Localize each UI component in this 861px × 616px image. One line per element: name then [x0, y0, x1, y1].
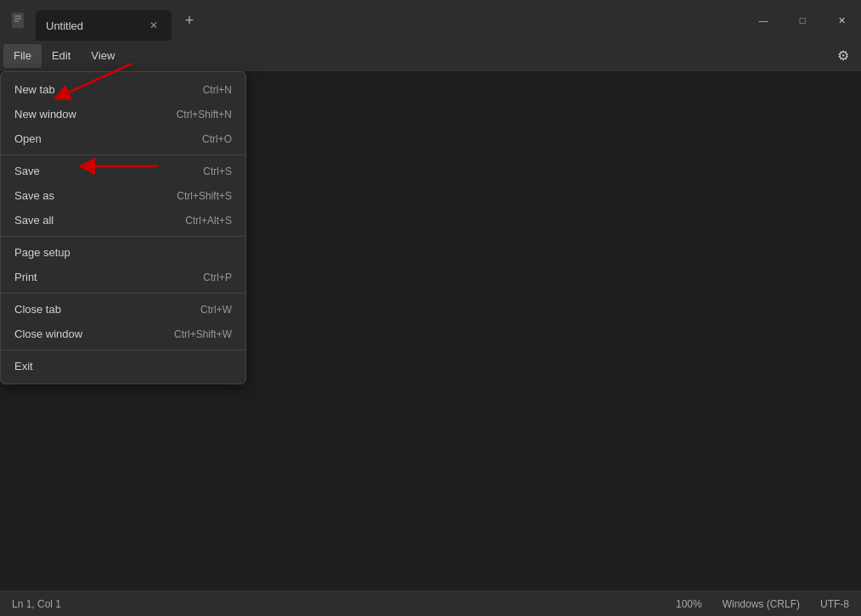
menu-item-open[interactable]: Open Ctrl+O [1, 126, 245, 151]
print-shortcut: Ctrl+P [203, 272, 232, 283]
print-label: Print [14, 271, 169, 283]
save-all-shortcut: Ctrl+Alt+S [185, 215, 232, 227]
menu-item-save-all[interactable]: Save all Ctrl+Alt+S [1, 208, 245, 232]
zoom-level[interactable]: 100% [676, 598, 702, 610]
menu-item-close-window[interactable]: Close window Ctrl+Shift+W [1, 322, 245, 346]
status-right: 100% Windows (CRLF) UTF-8 [676, 598, 849, 610]
menu-bar: File Edit View ⚙ [0, 41, 861, 71]
close-window-label: Close window [14, 328, 140, 340]
gear-icon: ⚙ [837, 48, 849, 64]
settings-button[interactable]: ⚙ [829, 42, 858, 70]
svg-rect-0 [12, 13, 24, 28]
page-setup-label: Page setup [14, 246, 198, 259]
separator-2 [1, 236, 245, 237]
menu-item-save-as[interactable]: Save as Ctrl+Shift+S [1, 183, 245, 208]
new-tab-button[interactable]: + [175, 6, 204, 35]
menu-item-new-tab[interactable]: New tab Ctrl+N [1, 77, 245, 102]
line-ending[interactable]: Windows (CRLF) [723, 598, 800, 610]
save-as-shortcut: Ctrl+Shift+S [177, 190, 232, 202]
maximize-button[interactable]: □ [783, 0, 822, 41]
close-window-shortcut: Ctrl+Shift+W [174, 328, 232, 340]
close-tab-shortcut: Ctrl+W [200, 304, 232, 316]
tab-title: Untitled [46, 20, 139, 32]
new-window-shortcut: Ctrl+Shift+N [177, 109, 232, 120]
menu-file[interactable]: File [3, 44, 42, 68]
menu-item-close-tab[interactable]: Close tab Ctrl+W [1, 297, 245, 322]
new-tab-label: New tab [14, 83, 169, 96]
window-controls: — □ ✕ [744, 0, 861, 41]
open-label: Open [14, 132, 168, 145]
save-all-label: Save all [14, 214, 151, 227]
new-tab-shortcut: Ctrl+N [203, 84, 232, 96]
menu-item-new-window[interactable]: New window Ctrl+Shift+N [1, 102, 245, 126]
app-icon [7, 8, 31, 32]
menu-item-page-setup[interactable]: Page setup [1, 240, 245, 265]
menu-item-print[interactable]: Print Ctrl+P [1, 265, 245, 289]
close-tab-label: Close tab [14, 303, 166, 316]
active-tab[interactable]: Untitled ✕ [36, 10, 172, 41]
save-as-label: Save as [14, 189, 143, 202]
menu-edit[interactable]: Edit [42, 44, 81, 68]
file-dropdown-menu: New tab Ctrl+N New window Ctrl+Shift+N O… [0, 71, 246, 384]
title-bar: Untitled ✕ + — □ ✕ [0, 0, 861, 41]
cursor-position: Ln 1, Col 1 [12, 598, 61, 610]
menu-view[interactable]: View [81, 44, 125, 68]
minimize-button[interactable]: — [744, 0, 783, 41]
open-shortcut: Ctrl+O [202, 133, 232, 145]
separator-4 [1, 350, 245, 350]
menu-item-exit[interactable]: Exit [1, 354, 245, 378]
encoding[interactable]: UTF-8 [820, 598, 849, 610]
status-bar: Ln 1, Col 1 100% Windows (CRLF) UTF-8 [0, 591, 861, 616]
close-button[interactable]: ✕ [822, 0, 861, 41]
menu-item-save[interactable]: Save Ctrl+S [1, 159, 245, 183]
tab-close-button[interactable]: ✕ [146, 18, 161, 33]
save-label: Save [14, 165, 169, 177]
save-shortcut: Ctrl+S [203, 165, 232, 177]
exit-label: Exit [14, 360, 198, 372]
separator-1 [1, 154, 245, 155]
new-window-label: New window [14, 108, 143, 120]
separator-3 [1, 293, 245, 294]
